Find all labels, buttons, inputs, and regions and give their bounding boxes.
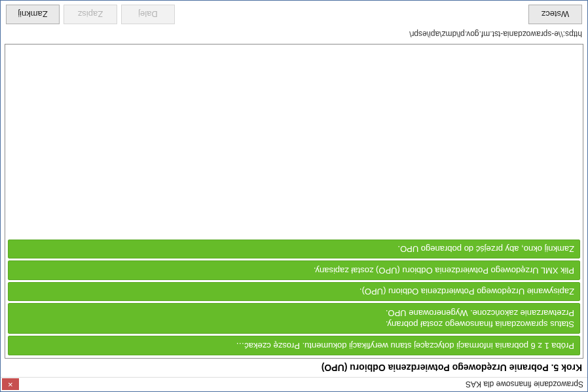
status-log: Próba 1 z 6 pobrania informacji dotycząc… xyxy=(5,44,583,359)
window-close-button[interactable]: ✕ xyxy=(2,379,19,391)
log-item: Plik XML Urzędowego Potwierdzenia Odbior… xyxy=(8,260,580,280)
window-title: Sprawozdanie finansowe dla KAS xyxy=(19,380,583,389)
title-bar: Sprawozdanie finansowe dla KAS ✕ xyxy=(1,377,587,391)
button-bar: Wstecz Dalej Zapisz Zamknij xyxy=(5,3,583,27)
step-heading: Krok 5. Pobranie Urzędowego Potwierdzeni… xyxy=(5,359,583,374)
log-item: Zapisywanie Urzędowego Potwierdzenia Odb… xyxy=(8,282,580,302)
close-button[interactable]: Zamknij xyxy=(6,5,60,24)
dialog-window: Sprawozdanie finansowe dla KAS ✕ Krok 5.… xyxy=(0,0,588,392)
log-item: Status sprawozdania finansowego został p… xyxy=(8,303,580,334)
save-button: Zapisz xyxy=(64,5,117,24)
service-url: https:\\e-sprawozdania-tst.mf.gov.pl\dmz… xyxy=(5,27,583,44)
log-item: Próba 1 z 6 pobrania informacji dotycząc… xyxy=(8,336,580,355)
log-item: Zamknij okno, aby przejść do pobranego U… xyxy=(8,240,580,259)
next-button: Dalej xyxy=(121,5,175,24)
back-button[interactable]: Wstecz xyxy=(528,5,582,24)
dialog-content: Krok 5. Pobranie Urzędowego Potwierdzeni… xyxy=(1,1,587,377)
close-icon: ✕ xyxy=(8,382,13,388)
